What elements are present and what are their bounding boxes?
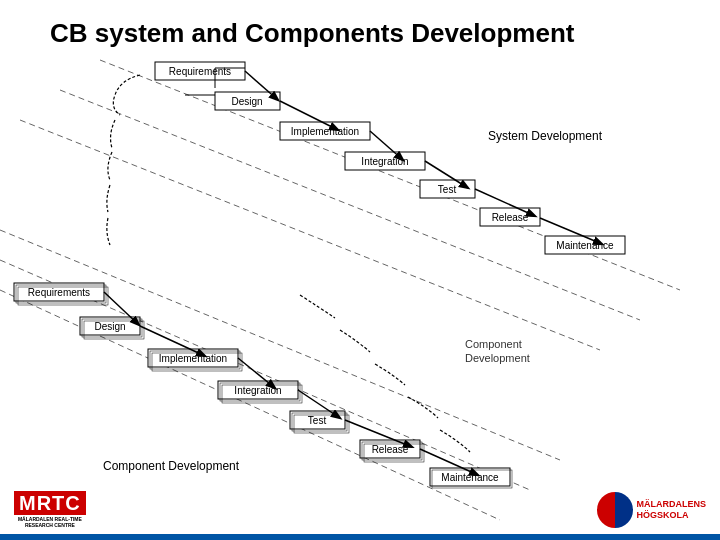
svg-text:Component: Component (465, 338, 522, 350)
svg-text:Design: Design (94, 321, 125, 332)
mrtc-acronym: MRTC (14, 491, 86, 515)
svg-text:Requirements: Requirements (28, 287, 90, 298)
svg-text:Implementation: Implementation (291, 126, 359, 137)
right-logo-circle (597, 492, 633, 528)
component-dev-label: Component Development (103, 459, 240, 473)
bottom-bar (0, 534, 720, 540)
svg-text:Development: Development (465, 352, 530, 364)
svg-text:Test: Test (308, 415, 327, 426)
mrtc-subtitle: MÄLARDALEN REAL-TIMERESEARCH CENTRE (18, 516, 82, 528)
slide: CB system and Components Development Sys… (0, 0, 720, 540)
svg-line-28 (0, 290, 500, 520)
svg-text:Implementation: Implementation (159, 353, 227, 364)
svg-text:Release: Release (492, 212, 529, 223)
svg-text:Maintenance: Maintenance (556, 240, 614, 251)
svg-text:Design: Design (231, 96, 262, 107)
svg-text:Release: Release (372, 444, 409, 455)
mrtc-logo: MRTC MÄLARDALEN REAL-TIMERESEARCH CENTRE (14, 491, 86, 528)
svg-text:Integration: Integration (361, 156, 408, 167)
svg-text:Integration: Integration (234, 385, 281, 396)
svg-text:Maintenance: Maintenance (441, 472, 499, 483)
right-logo-text: MÄLARDALENSHÖGSKOLA (637, 499, 707, 521)
system-dev-label: System Development (488, 129, 603, 143)
svg-text:Test: Test (438, 184, 457, 195)
right-logo: MÄLARDALENSHÖGSKOLA (597, 492, 707, 528)
diagram-svg: System Development Requirements Design I… (0, 0, 720, 540)
